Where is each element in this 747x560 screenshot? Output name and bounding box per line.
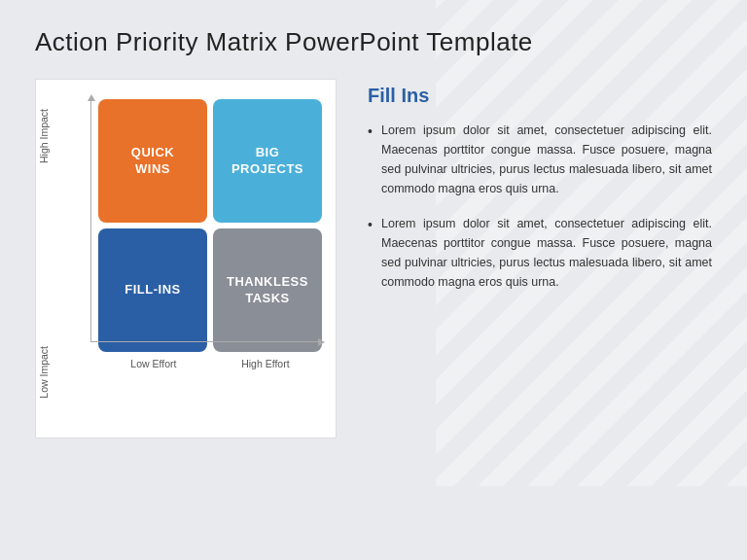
bullet-2: Lorem ipsum dolor sit amet, consectetuer… <box>368 214 712 292</box>
content-area: High Impact Low Impact QUICKWINS BIGPROJ… <box>35 79 712 438</box>
x-label-high: High Effort <box>241 358 289 369</box>
cell-quick-wins: QUICKWINS <box>98 99 207 223</box>
y-axis-labels: High Impact Low Impact <box>38 109 50 399</box>
cell-thankless-tasks-label: THANKLESSTASKS <box>227 274 308 307</box>
fill-ins-title: Fill Ins <box>368 85 712 107</box>
page-title: Action Priority Matrix PowerPoint Templa… <box>35 27 712 57</box>
y-label-high: High Impact <box>38 109 50 163</box>
x-label-low: Low Effort <box>130 358 176 369</box>
cell-fill-ins: FILL-INS <box>98 228 207 352</box>
cell-big-projects-label: BIGPROJECTS <box>231 145 303 178</box>
fill-ins-panel: Fill Ins Lorem ipsum dolor sit amet, con… <box>368 79 712 307</box>
x-axis-line <box>90 341 320 342</box>
matrix-grid: QUICKWINS BIGPROJECTS FILL-INS THANKLESS… <box>98 99 322 352</box>
matrix-inner: QUICKWINS BIGPROJECTS FILL-INS THANKLESS… <box>90 99 320 369</box>
bullet-1: Lorem ipsum dolor sit amet, consectetuer… <box>368 121 712 198</box>
cell-big-projects: BIGPROJECTS <box>213 99 322 223</box>
cell-quick-wins-label: QUICKWINS <box>131 145 174 178</box>
cell-thankless-tasks: THANKLESSTASKS <box>213 228 322 352</box>
cell-fill-ins-label: FILL-INS <box>124 282 180 298</box>
fill-ins-bullets: Lorem ipsum dolor sit amet, consectetuer… <box>368 121 712 292</box>
x-axis-labels: Low Effort High Effort <box>98 358 322 369</box>
y-label-low: Low Impact <box>38 346 50 399</box>
matrix-chart: High Impact Low Impact QUICKWINS BIGPROJ… <box>35 79 337 438</box>
y-axis-line <box>90 99 91 342</box>
